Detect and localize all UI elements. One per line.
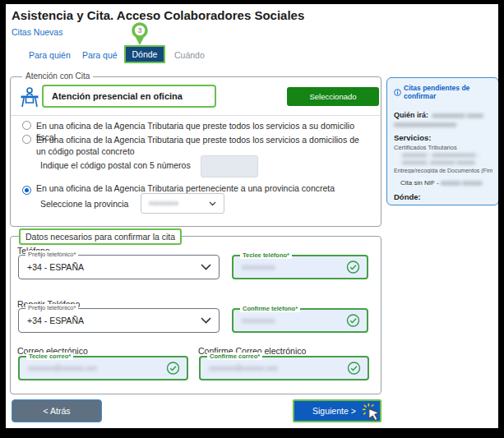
where-line1: Atención presencial en oficina <box>394 203 492 205</box>
radio-codigo-postal-label: En una oficina de la Agencia Tributaria … <box>36 134 367 157</box>
back-button-label: < Atrás <box>44 406 71 416</box>
attention-legend: Atención con Cita <box>22 71 93 81</box>
next-button-label: Siguiente > <box>294 406 356 416</box>
phone-prefix-select[interactable]: Prefijo telefónico* +34 - ESPAÑA <box>18 255 220 279</box>
email-value-redacted: xxxxxxx@xxxxxx.xxx <box>28 364 97 372</box>
back-button[interactable]: < Atrás <box>12 399 102 422</box>
check-circle-icon <box>166 362 180 376</box>
panel-title-row: Citas pendientes de confirmar <box>394 84 492 100</box>
where-label: Dónde: <box>394 192 492 201</box>
phone-input-floating-label: Teclee teléfono* <box>240 251 292 259</box>
cursor-click-icon <box>361 402 384 425</box>
confirm-email-value-redacted: xxxxxxx@xxxxxx.xxx <box>209 364 278 372</box>
cita-sin-nif-row: Cita sin NIF - xxxxxx xxxxxx <box>400 173 492 188</box>
radio-provincia[interactable] <box>22 186 31 195</box>
service-cert-detail-redacted-2: xxxxxxxx. xxxxxxxx xxxxxx <box>402 159 492 166</box>
tab-para-que[interactable]: Para qué <box>82 50 118 60</box>
confirm-email-floating-label: Confirme correo* <box>207 353 262 360</box>
service-entrega: Entrega/recogida de Documentos (Firma de… <box>394 168 492 173</box>
who-value-redacted: xxxxxxxxxx xxxxx <box>432 112 483 119</box>
who-label: Quién irá: <box>394 111 428 119</box>
step-number: 3 <box>137 26 141 35</box>
phone-prefix-value: +34 - ESPAÑA <box>27 262 84 272</box>
services-label: Servicios: <box>394 133 492 142</box>
postal-code-input[interactable] <box>201 155 258 178</box>
service-certificados: Certificados Tributarios <box>394 144 492 151</box>
phone-input-value-redacted: xxxxxxxxx <box>242 263 275 271</box>
page-title: Asistencia y Cita. Acceso Colaboradores … <box>12 8 304 22</box>
chevron-down-icon <box>201 317 211 324</box>
header-divider <box>11 115 382 116</box>
chevron-down-icon <box>209 201 216 206</box>
mode-label: Atención presencial en oficina <box>44 91 183 101</box>
next-button[interactable]: Siguiente > <box>293 399 381 422</box>
screenshot-frame: Asistencia y Cita. Acceso Colaboradores … <box>0 0 504 438</box>
province-select[interactable]: xxxxxxxx <box>141 193 224 214</box>
selected-badge-label: Seleccionado <box>309 92 356 101</box>
selected-badge[interactable]: Seleccionado <box>287 87 379 106</box>
postal-code-label: Indique el código postal con 5 números <box>40 160 191 170</box>
confirm-phone-input[interactable]: Confirme teléfono* xxxxxxxxx <box>232 308 368 333</box>
phone-input[interactable]: Teclee teléfono* xxxxxxxxx <box>232 255 368 279</box>
province-select-label: Seleccione la provincia <box>40 199 128 209</box>
info-icon <box>394 89 401 96</box>
tab-cuando: Cuándo <box>174 50 205 60</box>
check-circle-icon <box>346 260 360 274</box>
check-circle-icon <box>347 362 361 376</box>
desk-attendant-icon <box>18 86 41 112</box>
breadcrumb-citas-nuevas[interactable]: Citas Nuevas <box>12 27 62 37</box>
contact-data-section: Datos necesarios para confirmar la cita … <box>10 236 381 394</box>
who-row: Quién irá: xxxxxxxxxx xxxxx <box>394 106 492 121</box>
radio-domicilio-fiscal[interactable] <box>22 121 31 130</box>
confirm-phone-floating-label: Confirme teléfono* <box>240 305 300 312</box>
confirm-email-input[interactable]: Confirme correo* xxxxxxx@xxxxxx.xxx <box>199 356 369 380</box>
province-select-value: xxxxxxxx <box>149 199 178 207</box>
repeat-phone-prefix-select[interactable]: Prefijo telefónico* +34 - ESPAÑA <box>18 308 220 333</box>
step-pin-marker: 3 <box>129 21 150 51</box>
tab-para-quien[interactable]: Para quién <box>29 50 71 60</box>
repeat-prefix-value: +34 - ESPAÑA <box>27 316 84 325</box>
email-input[interactable]: Teclee correo* xxxxxxx@xxxxxx.xxx <box>18 356 188 380</box>
contact-legend: Datos necesarios para confirmar la cita <box>19 228 182 245</box>
attention-section: Atención con Cita Atención presencial en… <box>10 76 381 227</box>
chevron-down-icon <box>201 264 211 270</box>
confirm-phone-value-redacted: xxxxxxxxx <box>242 316 275 325</box>
panel-title: Citas pendientes de confirmar <box>404 84 492 100</box>
app-page: Asistencia y Cita. Acceso Colaboradores … <box>6 4 498 428</box>
cita-sin-nif-label: Cita sin NIF - <box>400 179 441 187</box>
mode-highlight-box: Atención presencial en oficina <box>42 85 216 108</box>
email-floating-label: Teclee correo* <box>26 353 73 360</box>
service-cert-detail-redacted-1: xxxxxxxx - xxxxxxxxxxxxxx - <box>402 151 492 159</box>
repeat-prefix-floating-label: Prefijo telefónico* <box>25 304 78 311</box>
pending-appointments-panel: Citas pendientes de confirmar Quién irá:… <box>386 77 498 205</box>
who-value-redacted-2: xxxxxxxxxxxxxxxxxxx <box>394 121 492 129</box>
radio-codigo-postal[interactable] <box>22 135 31 144</box>
check-circle-icon <box>346 314 360 328</box>
cita-sin-nif-redacted: xxxxxx xxxxxx <box>441 179 482 187</box>
phone-prefix-floating-label: Prefijo telefónico* <box>25 251 78 258</box>
